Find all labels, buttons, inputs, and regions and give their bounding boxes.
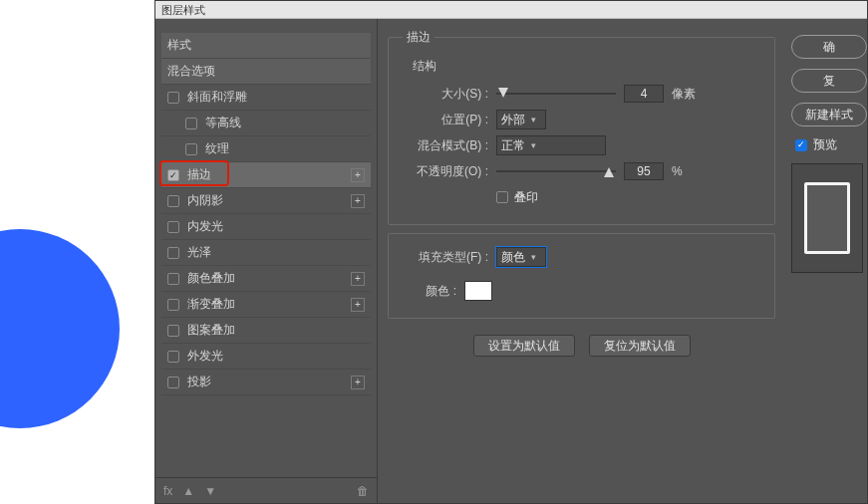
cancel-button[interactable]: 复 — [791, 69, 867, 93]
add-effect-icon[interactable]: + — [351, 298, 365, 312]
reset-default-button[interactable]: 复位为默认值 — [589, 335, 691, 357]
blend-mode-label: 混合模式(B) : — [403, 137, 488, 154]
styles-header-label: 样式 — [167, 37, 365, 54]
size-input[interactable]: 4 — [624, 85, 664, 103]
style-label: 内阴影 — [187, 192, 351, 209]
fill-type-row: 填充类型(F) : 颜色 ▾ — [403, 244, 760, 270]
style-checkbox[interactable]: ✓ — [167, 169, 179, 181]
style-checkbox[interactable] — [185, 143, 197, 155]
blend-mode-value: 正常 — [501, 137, 525, 154]
style-label: 投影 — [187, 374, 351, 390]
move-down-icon[interactable]: ▼ — [204, 484, 216, 498]
style-label: 图案叠加 — [187, 322, 365, 339]
blend-mode-row: 混合模式(B) : 正常 ▾ — [403, 132, 760, 158]
stroke-group: 描边 结构 大小(S) : 4 像素 位置(P) : 外部 ▾ — [388, 29, 775, 225]
style-checkbox[interactable] — [167, 325, 179, 337]
layer-style-dialog: 图层样式 样式 混合选项 斜面和浮雕等高线纹理✓描边+内阴影+内发光光泽颜色叠加… — [154, 0, 868, 504]
styles-header[interactable]: 样式 — [161, 33, 371, 59]
defaults-button-row: 设置为默认值 复位为默认值 — [388, 335, 775, 357]
styles-list: 样式 混合选项 斜面和浮雕等高线纹理✓描边+内阴影+内发光光泽颜色叠加+渐变叠加… — [155, 29, 377, 477]
chevron-down-icon: ▾ — [531, 115, 536, 125]
style-row[interactable]: 投影+ — [161, 370, 371, 395]
style-label: 描边 — [187, 166, 351, 183]
style-label: 等高线 — [205, 115, 365, 131]
style-row[interactable]: 内发光 — [161, 214, 371, 240]
blending-options-row[interactable]: 混合选项 — [161, 59, 371, 85]
preview-toggle-row: 预览 — [795, 136, 867, 153]
style-checkbox[interactable] — [167, 351, 179, 363]
style-label: 纹理 — [205, 140, 365, 157]
style-row[interactable]: 图案叠加 — [161, 318, 371, 344]
chevron-down-icon: ▾ — [531, 252, 536, 262]
style-label: 渐变叠加 — [187, 296, 351, 313]
color-label: 颜色 : — [403, 283, 456, 300]
style-row[interactable]: 渐变叠加+ — [161, 292, 371, 318]
preview-label: 预览 — [813, 136, 837, 153]
position-row: 位置(P) : 外部 ▾ — [403, 107, 760, 132]
position-select[interactable]: 外部 ▾ — [496, 110, 546, 129]
ok-button[interactable]: 确 — [791, 35, 867, 59]
move-up-icon[interactable]: ▲ — [182, 484, 194, 498]
blend-mode-select[interactable]: 正常 ▾ — [496, 135, 606, 155]
fill-group: 填充类型(F) : 颜色 ▾ 颜色 : — [388, 233, 775, 319]
style-row[interactable]: 斜面和浮雕 — [161, 85, 371, 111]
style-row[interactable]: 外发光 — [161, 344, 371, 370]
style-checkbox[interactable] — [167, 299, 179, 311]
style-checkbox[interactable] — [185, 118, 197, 129]
styles-footer: fx ▲ ▼ 🗑 — [155, 477, 377, 503]
style-row[interactable]: 纹理 — [161, 136, 371, 162]
style-row[interactable]: ✓描边+ — [161, 162, 371, 188]
stroke-settings-panel: 描边 结构 大小(S) : 4 像素 位置(P) : 外部 ▾ — [378, 19, 785, 503]
opacity-input[interactable]: 95 — [624, 162, 664, 180]
style-row[interactable]: 内阴影+ — [161, 188, 371, 214]
dialog-body: 样式 混合选项 斜面和浮雕等高线纹理✓描边+内阴影+内发光光泽颜色叠加+渐变叠加… — [155, 19, 867, 503]
style-label: 光泽 — [187, 244, 365, 261]
fx-icon[interactable]: fx — [163, 484, 172, 498]
style-label: 外发光 — [187, 348, 365, 365]
style-label: 颜色叠加 — [187, 270, 351, 287]
style-checkbox[interactable] — [167, 221, 179, 233]
overprint-label: 叠印 — [514, 189, 538, 206]
opacity-slider[interactable] — [496, 164, 616, 178]
fill-type-label: 填充类型(F) : — [403, 249, 488, 266]
style-row[interactable]: 颜色叠加+ — [161, 266, 371, 292]
style-checkbox[interactable] — [167, 247, 179, 259]
structure-label: 结构 — [413, 58, 760, 75]
blending-options-label: 混合选项 — [167, 63, 365, 80]
color-swatch[interactable] — [464, 281, 492, 301]
style-row[interactable]: 等高线 — [161, 111, 371, 136]
new-style-button[interactable]: 新建样式 — [791, 103, 867, 126]
position-label: 位置(P) : — [403, 112, 488, 128]
add-effect-icon[interactable]: + — [351, 272, 365, 286]
style-checkbox[interactable] — [167, 92, 179, 104]
style-checkbox[interactable] — [167, 273, 179, 285]
preview-swatch — [804, 182, 850, 254]
style-label: 内发光 — [187, 218, 365, 235]
right-panel: 确 复 新建样式 预览 — [785, 19, 867, 503]
fill-type-value: 颜色 — [501, 249, 525, 266]
fill-type-select[interactable]: 颜色 ▾ — [496, 247, 546, 267]
overprint-row: 叠印 — [403, 184, 760, 210]
opacity-unit: % — [672, 164, 683, 178]
styles-panel: 样式 混合选项 斜面和浮雕等高线纹理✓描边+内阴影+内发光光泽颜色叠加+渐变叠加… — [155, 19, 378, 503]
overprint-checkbox[interactable] — [496, 191, 508, 203]
size-label: 大小(S) : — [403, 86, 488, 103]
dialog-titlebar: 图层样式 — [155, 1, 867, 19]
opacity-label: 不透明度(O) : — [403, 163, 488, 180]
preview-checkbox[interactable] — [795, 139, 807, 151]
style-label: 斜面和浮雕 — [187, 89, 365, 106]
style-checkbox[interactable] — [167, 195, 179, 207]
preview-box — [791, 163, 863, 273]
add-effect-icon[interactable]: + — [351, 168, 365, 182]
make-default-button[interactable]: 设置为默认值 — [473, 335, 575, 357]
size-slider[interactable] — [496, 87, 616, 101]
chevron-down-icon: ▾ — [531, 140, 536, 150]
style-checkbox[interactable] — [167, 377, 179, 388]
add-effect-icon[interactable]: + — [351, 376, 365, 389]
style-row[interactable]: 光泽 — [161, 240, 371, 266]
position-value: 外部 — [501, 112, 525, 128]
dialog-title: 图层样式 — [161, 4, 205, 16]
add-effect-icon[interactable]: + — [351, 194, 365, 208]
trash-icon[interactable]: 🗑 — [357, 484, 369, 498]
stroke-group-legend: 描边 — [403, 29, 434, 46]
